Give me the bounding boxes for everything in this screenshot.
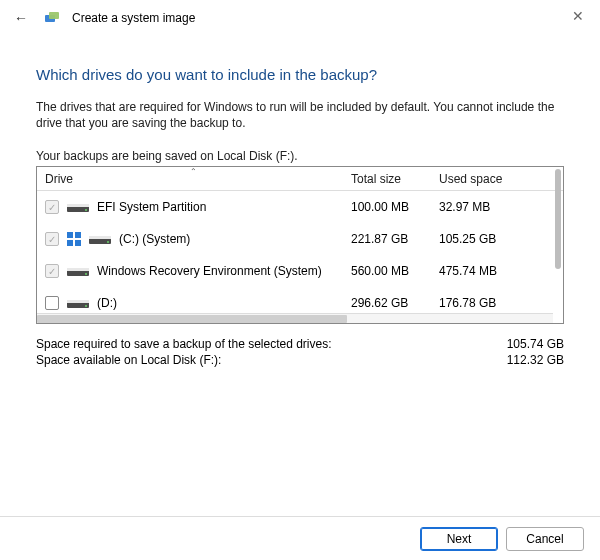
drive-used-space: 32.97 MB [431, 200, 553, 214]
window-title: Create a system image [72, 11, 195, 25]
svg-rect-3 [67, 204, 89, 207]
page-description: The drives that are required for Windows… [36, 99, 564, 131]
drive-total-size: 221.87 GB [343, 232, 431, 246]
vertical-scrollbar[interactable] [555, 169, 561, 311]
dialog-footer: Next Cancel [0, 516, 600, 560]
svg-rect-5 [67, 232, 73, 238]
backup-target-text: Your backups are being saved on Local Di… [36, 149, 564, 163]
drive-checkbox[interactable] [45, 296, 59, 310]
column-drive[interactable]: Drive ⌃ [37, 168, 343, 190]
column-drive-label: Drive [45, 172, 73, 186]
svg-point-4 [85, 209, 87, 211]
page-heading: Which drives do you want to include in t… [36, 66, 564, 83]
windows-logo-icon [67, 232, 81, 246]
drive-icon [67, 296, 89, 310]
drive-icon [67, 264, 89, 278]
space-required-label: Space required to save a backup of the s… [36, 337, 332, 351]
space-required-value: 105.74 GB [507, 337, 564, 351]
next-button[interactable]: Next [420, 527, 498, 551]
drive-checkbox [45, 264, 59, 278]
drive-total-size: 100.00 MB [343, 200, 431, 214]
table-row[interactable]: (C:) (System)221.87 GB105.25 GB [37, 223, 563, 255]
drive-label: (D:) [97, 296, 117, 310]
column-used-space[interactable]: Used space [431, 168, 553, 190]
svg-rect-8 [75, 240, 81, 246]
svg-rect-7 [67, 240, 73, 246]
svg-point-17 [85, 305, 87, 307]
drive-checkbox [45, 232, 59, 246]
space-available-value: 112.32 GB [507, 353, 564, 367]
table-header: Drive ⌃ Total size Used space [37, 167, 563, 191]
vertical-scrollbar-thumb[interactable] [555, 169, 561, 268]
drive-total-size: 560.00 MB [343, 264, 431, 278]
horizontal-scrollbar-thumb[interactable] [37, 315, 347, 323]
drive-table: Drive ⌃ Total size Used space EFI System… [36, 166, 564, 324]
table-row[interactable]: EFI System Partition100.00 MB32.97 MB [37, 191, 563, 223]
drive-used-space: 176.78 GB [431, 296, 553, 310]
horizontal-scrollbar[interactable] [37, 313, 553, 323]
space-available-label: Space available on Local Disk (F:): [36, 353, 221, 367]
svg-rect-16 [67, 300, 89, 303]
drive-icon [89, 232, 111, 246]
drive-checkbox [45, 200, 59, 214]
drive-label: (C:) (System) [119, 232, 190, 246]
svg-point-14 [85, 273, 87, 275]
drive-used-space: 475.74 MB [431, 264, 553, 278]
drive-used-space: 105.25 GB [431, 232, 553, 246]
sort-caret-icon: ⌃ [190, 167, 197, 176]
svg-rect-10 [89, 236, 111, 239]
table-row[interactable]: Windows Recovery Environment (System)560… [37, 255, 563, 287]
space-summary: Space required to save a backup of the s… [36, 336, 564, 368]
drive-icon [67, 200, 89, 214]
svg-rect-13 [67, 268, 89, 271]
app-icon [44, 10, 60, 26]
svg-rect-6 [75, 232, 81, 238]
svg-rect-1 [49, 12, 59, 19]
back-arrow-icon[interactable]: ← [14, 10, 32, 26]
column-total-size[interactable]: Total size [343, 168, 431, 190]
drive-label: Windows Recovery Environment (System) [97, 264, 322, 278]
drive-total-size: 296.62 GB [343, 296, 431, 310]
svg-point-11 [107, 241, 109, 243]
close-icon[interactable]: ✕ [572, 8, 584, 24]
drive-label: EFI System Partition [97, 200, 206, 214]
cancel-button[interactable]: Cancel [506, 527, 584, 551]
